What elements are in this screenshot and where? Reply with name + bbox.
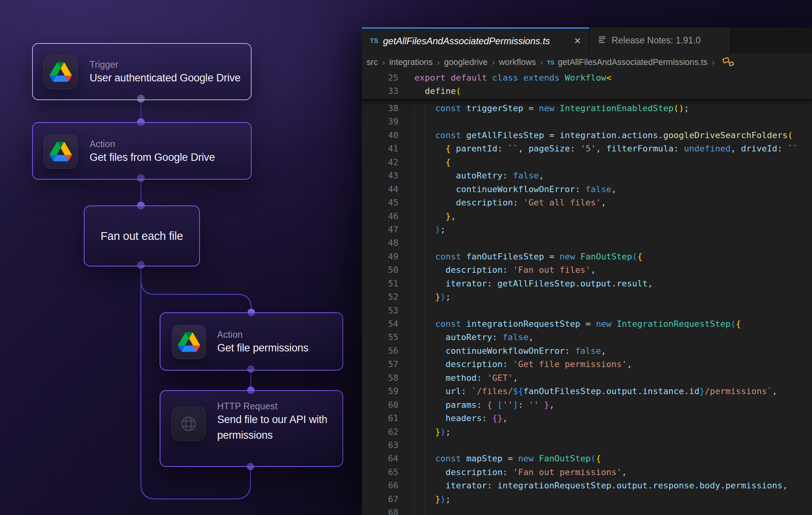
tab-label: Release Notes: 1.91.0 [612, 35, 701, 46]
code-text[interactable]: { parentId: ``, pageSize: '5', filterFor… [414, 142, 798, 155]
code-text[interactable]: description: 'Fan out files', [414, 263, 596, 277]
node-type-label: Action [217, 330, 308, 340]
code-text[interactable]: description: 'Get file permissions', [414, 358, 632, 371]
breadcrumb: src › integrations › googledrive › workf… [362, 53, 812, 71]
code-line[interactable]: 65 description: 'Fan out permissions', [362, 466, 812, 479]
code-text[interactable]: description: 'Get all files', [414, 196, 606, 209]
code-line[interactable]: 46 }, [362, 210, 812, 223]
code-line[interactable]: 60 params: { ['']: '' }, [362, 398, 812, 412]
code-line[interactable]: 63 [362, 439, 812, 452]
code-text[interactable]: const mapStep = new FanOutStep({ [414, 452, 601, 465]
line-number: 46 [362, 210, 398, 223]
code-line[interactable]: 53 [362, 304, 812, 317]
line-number: 63 [362, 439, 398, 452]
code-line[interactable]: 47 ); [362, 223, 812, 236]
node-type-label: Trigger [90, 59, 241, 70]
breadcrumb-item-integrations[interactable]: integrations [389, 58, 433, 67]
code-line[interactable]: 42 { [362, 156, 812, 169]
code-line[interactable]: 55 autoRetry: false, [362, 331, 812, 344]
tab-label: getAllFilesAndAssociatedPermissions.ts [383, 36, 550, 47]
tab-getallfiles[interactable]: TS getAllFilesAndAssociatedPermissions.t… [362, 27, 589, 54]
line-number: 58 [362, 371, 398, 385]
code-text[interactable]: url: `/files/${fanOutFilesStep.output.in… [414, 385, 777, 398]
code-text[interactable]: autoRetry: false, [414, 169, 544, 182]
indent-guide [425, 100, 425, 515]
google-drive-icon [172, 325, 206, 359]
line-number: 60 [362, 398, 398, 412]
node-trigger: Trigger User authenticated Google Drive [32, 43, 252, 100]
line-number: 50 [362, 263, 398, 277]
code-line[interactable]: 43 autoRetry: false, [362, 169, 812, 182]
code-text[interactable]: iterator: integrationRequestStep.output.… [414, 479, 788, 492]
line-number: 41 [362, 142, 398, 155]
code-line[interactable]: 52 }); [362, 290, 812, 304]
code-line[interactable]: 45 description: 'Get all files', [362, 196, 812, 209]
code-editor-window: TS getAllFilesAndAssociatedPermissions.t… [362, 27, 812, 515]
code-line[interactable]: 58 method: 'GET', [362, 371, 812, 385]
code-line: 33 define( [362, 85, 812, 98]
tab-release-notes[interactable]: Release Notes: 1.91.0 [589, 27, 731, 53]
code-line[interactable]: 66 iterator: integrationRequestStep.outp… [362, 479, 812, 492]
chevron-right-icon: › [382, 58, 385, 67]
code-area[interactable]: 38 const triggerStep = new IntegrationEn… [362, 101, 812, 515]
typescript-file-icon: TS [370, 37, 378, 45]
line-number: 57 [362, 358, 398, 371]
code-line[interactable]: 56 continueWorkflowOnError: false, [362, 344, 812, 358]
code-line[interactable]: 51 iterator: getAllFilesStep.output.resu… [362, 277, 812, 290]
line-number: 66 [362, 479, 398, 492]
code-line: 25export default class extends Workflow< [362, 71, 812, 85]
code-line[interactable]: 61 headers: {}, [362, 412, 812, 425]
code-text[interactable]: const integrationRequestStep = new Integ… [414, 317, 741, 331]
code-line[interactable]: 54 const integrationRequestStep = new In… [362, 317, 812, 331]
code-line[interactable]: 50 description: 'Fan out files', [362, 263, 812, 277]
code-text[interactable]: }); [414, 290, 451, 304]
code-line[interactable]: 49 const fanOutFilesStep = new FanOutSte… [362, 250, 812, 263]
code-line[interactable]: 67 }); [362, 493, 812, 506]
code-line[interactable]: 41 { parentId: ``, pageSize: '5', filter… [362, 142, 812, 155]
code-text[interactable]: iterator: getAllFilesStep.output.result, [414, 277, 653, 290]
node-type-label: HTTP Request [217, 401, 328, 412]
code-line[interactable]: 40 const getAllFilesStep = integration.a… [362, 129, 812, 142]
breadcrumb-item-googledrive[interactable]: googledrive [444, 58, 488, 67]
code-line[interactable]: 68 [362, 506, 812, 515]
code-text[interactable]: continueWorkflowOnError: false, [414, 183, 617, 196]
line-number: 56 [362, 344, 398, 358]
code-line[interactable]: 44 continueWorkflowOnError: false, [362, 183, 812, 196]
code-line[interactable]: 48 [362, 236, 812, 250]
code-line[interactable]: 64 const mapStep = new FanOutStep({ [362, 452, 812, 465]
code-text[interactable]: }); [414, 493, 451, 506]
breadcrumb-item-workflows[interactable]: workflows [499, 58, 536, 67]
code-text[interactable]: const triggerStep = new IntegrationEnabl… [414, 102, 689, 115]
code-text[interactable]: continueWorkflowOnError: false, [414, 344, 606, 358]
code-text[interactable]: const fanOutFilesStep = new FanOutStep({ [414, 250, 643, 263]
line-number: 68 [362, 506, 398, 515]
line-number: 47 [362, 223, 398, 236]
chevron-right-icon: › [437, 58, 440, 67]
code-text[interactable]: }, [414, 210, 456, 223]
line-number: 49 [362, 250, 398, 263]
line-number: 38 [362, 102, 398, 115]
node-fan-out: Fan out each file [84, 205, 200, 267]
close-icon[interactable]: ✕ [574, 36, 581, 46]
code-text[interactable]: autoRetry: false, [414, 331, 534, 344]
code-text[interactable]: const getAllFilesStep = integration.acti… [414, 129, 793, 142]
breadcrumb-item-src[interactable]: src [367, 58, 378, 67]
code-text[interactable]: { [414, 156, 451, 169]
code-line[interactable]: 62 }); [362, 425, 812, 439]
line-number: 52 [362, 290, 398, 304]
code-line[interactable]: 57 description: 'Get file permissions', [362, 358, 812, 371]
code-line[interactable]: 38 const triggerStep = new IntegrationEn… [362, 102, 812, 115]
line-number: 33 [362, 85, 398, 98]
code-line[interactable]: 39 [362, 115, 812, 128]
code-text[interactable]: ); [414, 223, 445, 236]
code-line[interactable]: 59 url: `/files/${fanOutFilesStep.output… [362, 385, 812, 398]
node-type-label: Action [90, 139, 215, 149]
code-text[interactable]: method: 'GET', [414, 371, 518, 385]
breadcrumb-item-file[interactable]: getAllFilesAndAssociatedPermissions.ts [558, 58, 708, 67]
code-text: define( [414, 85, 461, 98]
node-get-permissions: Action Get file permissions [160, 312, 343, 371]
code-text[interactable]: params: { ['']: '' }, [414, 398, 555, 412]
code-text[interactable]: description: 'Fan out permissions', [414, 466, 627, 479]
code-text[interactable]: headers: {}, [414, 412, 508, 425]
code-text[interactable]: }); [414, 425, 451, 439]
